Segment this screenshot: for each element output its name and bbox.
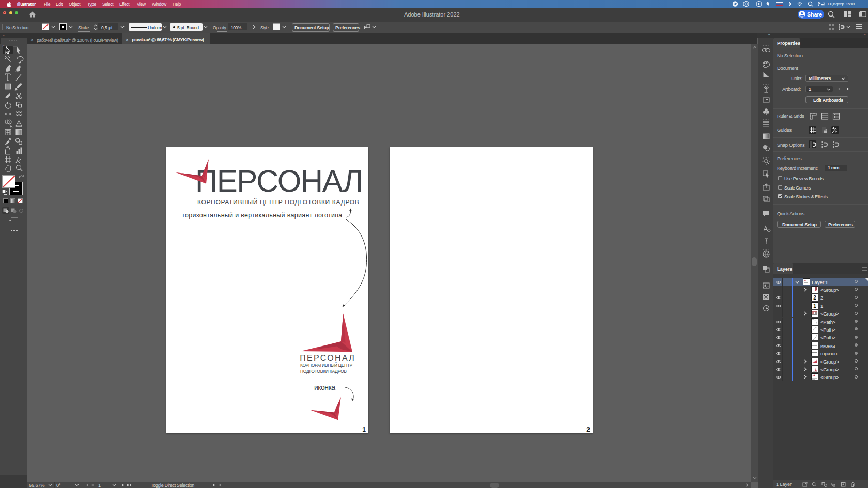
svg-text:2: 2 [814,295,817,301]
svg-text:1: 1 [814,303,817,308]
